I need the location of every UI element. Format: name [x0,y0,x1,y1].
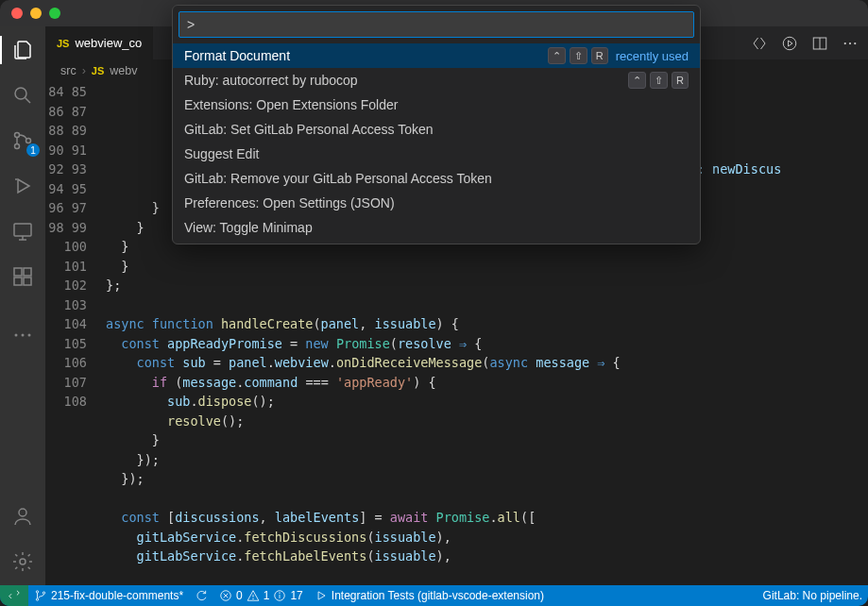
command-label: Format Document [184,48,540,63]
status-problems[interactable]: 0 1 17 [213,585,309,606]
activity-account[interactable] [0,502,45,530]
js-file-icon: JS [92,65,104,76]
command-label: Preferences: Open Settings (JSON) [184,195,689,210]
activity-scm[interactable]: 1 [0,126,45,155]
files-icon [11,39,34,61]
remote-icon [8,589,21,602]
command-palette-input[interactable] [179,11,694,38]
svg-point-16 [783,37,796,50]
gear-icon [11,550,34,573]
command-palette-item[interactable]: View: Toggle Minimap [173,215,700,240]
keybinding: ⌃⇧R [548,47,608,64]
svg-rect-6 [14,224,31,236]
command-palette-item[interactable]: Format Document⌃⇧Rrecently used [173,43,700,68]
branch-name: 215-fix-double-comments* [51,589,183,602]
error-count: 0 [236,589,243,602]
svg-point-30 [280,593,281,594]
breadcrumb-file: webv [110,64,137,77]
warning-count: 1 [264,589,270,602]
go-to-changes-icon[interactable] [751,35,768,52]
svg-rect-9 [14,278,22,285]
command-label: Ruby: autocorrect by rubocop [184,73,621,88]
svg-point-2 [15,133,20,138]
svg-point-19 [844,42,846,43]
git-branch-icon [34,589,47,602]
svg-point-3 [15,144,20,149]
editor-tab[interactable]: JS webview_co [45,26,154,59]
split-editor-icon[interactable] [811,35,828,52]
debug-alt-icon [315,589,328,602]
tab-filename: webview_co [75,36,142,50]
svg-rect-8 [24,268,31,276]
status-debug-target[interactable]: Integration Tests (gitlab-vscode-extensi… [309,585,550,606]
remote-indicator[interactable] [0,585,28,606]
extensions-icon [11,265,34,288]
warning-icon [247,589,260,602]
remote-explorer-icon [11,220,34,243]
keybinding: ⌃⇧R [628,72,689,89]
svg-point-22 [36,591,38,593]
command-label: GitLab: Set GitLab Personal Access Token [184,122,689,137]
ellipsis-icon [11,324,34,346]
sync-icon [195,589,208,602]
command-palette-list: Format Document⌃⇧Rrecently usedRuby: aut… [173,43,700,244]
command-palette: Format Document⌃⇧Rrecently usedRuby: aut… [172,5,701,244]
command-label: View: Toggle Minimap [184,220,689,235]
svg-rect-7 [14,268,22,276]
svg-point-12 [22,334,25,337]
activity-bar: 1 [0,26,45,585]
status-bar: 215-fix-double-comments* 0 1 17 Integrat… [0,585,868,606]
svg-point-27 [252,598,253,599]
activity-search[interactable] [0,81,45,109]
svg-point-11 [15,334,18,337]
command-label: GitLab: Remove your GitLab Personal Acce… [184,171,689,186]
command-label: Extensions: Open Extensions Folder [184,97,689,112]
activity-more[interactable] [0,321,45,349]
chevron-right-icon: › [82,64,86,77]
account-icon [11,505,34,528]
activity-remote[interactable] [0,217,45,245]
gitlab-status-label: GitLab: No pipeline. [763,589,862,602]
command-palette-item[interactable]: Extensions: Open Extensions Folder [173,93,700,117]
svg-point-24 [43,592,44,594]
svg-point-5 [15,178,17,180]
svg-point-23 [36,598,38,600]
command-label: Suggest Edit [184,146,689,161]
info-icon [273,589,286,602]
status-gitlab[interactable]: GitLab: No pipeline. [757,589,868,602]
svg-point-13 [28,334,31,337]
svg-point-20 [849,42,851,43]
recently-used-hint: recently used [616,49,689,63]
svg-point-0 [15,88,26,99]
run-icon[interactable] [781,35,798,52]
command-palette-item[interactable]: Ruby: autocorrect by rubocop⌃⇧R [173,68,700,93]
command-palette-item[interactable]: GitLab: Set GitLab Personal Access Token [173,117,700,142]
svg-point-14 [19,509,26,516]
command-palette-item[interactable]: Suggest Edit [173,142,700,166]
line-number-gutter: 84 85 86 87 88 89 90 91 92 93 94 95 96 9… [45,82,106,585]
svg-point-15 [20,559,26,564]
debug-target-label: Integration Tests (gitlab-vscode-extensi… [332,589,544,602]
svg-rect-10 [24,278,31,285]
status-sync[interactable] [189,585,213,606]
svg-point-4 [26,139,31,143]
svg-point-21 [854,42,856,43]
search-icon [11,84,34,107]
activity-settings[interactable] [0,547,45,576]
breadcrumb-folder: src [60,64,77,77]
info-count: 17 [290,589,302,602]
command-palette-item[interactable]: Preferences: Open Settings (JSON) [173,191,700,215]
debug-icon [11,175,34,197]
activity-extensions[interactable] [0,262,45,291]
activity-debug[interactable] [0,172,45,200]
scm-badge: 1 [26,143,40,157]
js-file-icon: JS [57,38,69,49]
svg-line-1 [26,98,31,104]
activity-explorer[interactable] [0,36,45,64]
error-icon [219,589,232,602]
status-branch[interactable]: 215-fix-double-comments* [28,585,189,606]
more-actions-icon[interactable] [842,35,859,52]
command-palette-item[interactable]: GitLab: Remove your GitLab Personal Acce… [173,166,700,191]
